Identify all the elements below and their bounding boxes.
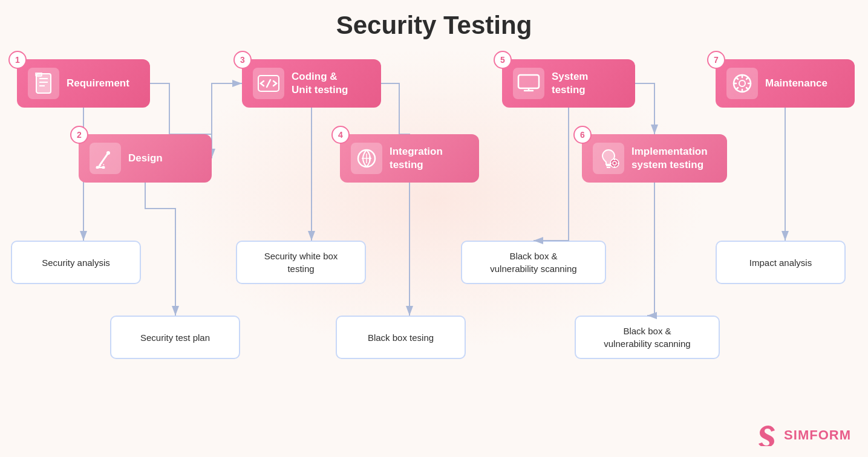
step-6-badge: 6 [573,126,592,144]
coding-icon [253,68,284,99]
simform-brand-text: SIMFORM [784,427,851,443]
svg-rect-19 [518,75,539,88]
output-security-test-plan: Security test plan [110,316,240,359]
step-1-label: Requirement [67,77,129,90]
step-4-badge: 4 [331,126,350,144]
step-1-requirement: 1 Requirement [17,59,150,108]
output-impact-analysis: Impact analysis [716,241,846,284]
svg-line-14 [267,80,270,87]
svg-point-24 [610,159,619,167]
integration-icon [351,143,382,174]
step-2-badge: 2 [70,126,88,144]
step-5-system: 5 System testing [502,59,635,108]
svg-point-12 [102,166,105,169]
simform-s-icon [757,424,779,446]
svg-rect-4 [36,73,42,76]
svg-point-31 [739,80,745,86]
requirement-icon [28,68,59,99]
output-white-box: Security white boxtesting [236,241,366,284]
svg-point-11 [96,166,99,169]
step-3-label: Coding & Unit testing [292,70,348,97]
maintenance-icon [726,68,758,99]
step-2-design: 2 Design [79,134,212,183]
step-6-implementation: 6 Implementation system testing [582,134,727,183]
output-security-analysis: Security analysis [11,241,141,284]
step-3-badge: 3 [233,51,252,69]
implementation-icon [593,143,624,174]
svg-rect-0 [36,74,51,93]
output-4-label: Black box tesing [368,331,434,344]
output-black-box-tesing: Black box tesing [336,316,466,359]
system-icon [513,68,544,99]
step-6-label: Implementation system testing [631,145,708,172]
output-7-label: Impact analysis [749,256,812,269]
output-2-label: Security test plan [140,331,210,344]
output-vulnerability-scanning-1: Black box &vulnerability scanning [461,241,606,284]
output-5-label: Black box &vulnerability scanning [490,250,576,275]
output-6-label: Black box &vulnerability scanning [604,325,690,350]
design-icon [90,143,121,174]
step-5-badge: 5 [494,51,512,69]
svg-line-36 [736,77,738,79]
output-vulnerability-scanning-2: Black box &vulnerability scanning [575,316,720,359]
svg-point-6 [106,151,110,155]
svg-line-38 [746,77,748,79]
svg-line-37 [746,88,748,89]
step-3-coding: 3 Coding & Unit testing [242,59,381,108]
simform-logo: SIMFORM [757,424,851,446]
step-5-label: System testing [552,70,588,97]
step-4-label: Integration testing [390,145,443,172]
output-3-label: Security white boxtesting [264,250,338,275]
step-2-label: Design [128,152,163,165]
step-7-label: Maintenance [765,77,827,90]
step-7-maintenance: 7 Maintenance [716,59,855,108]
output-1-label: Security analysis [42,256,110,269]
svg-line-39 [736,88,738,89]
step-1-badge: 1 [8,51,27,69]
page-title: Security Testing [0,11,868,40]
step-4-integration: 4 Integration testing [340,134,479,183]
svg-line-5 [100,153,108,165]
step-7-badge: 7 [707,51,725,69]
